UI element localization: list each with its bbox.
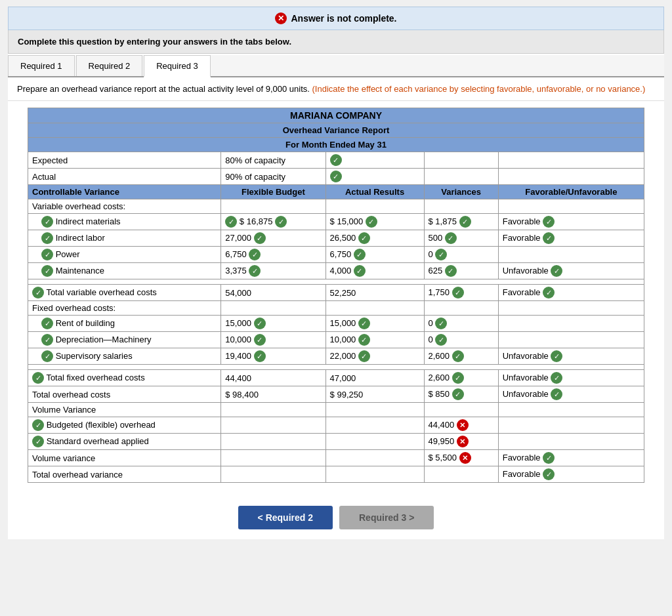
maintenance-label: ✓ Maintenance (28, 263, 221, 279)
rent-flexible: 15,000 ✓ (221, 316, 326, 332)
instruction-bar: Complete this question by entering your … (8, 30, 664, 54)
tab-required1[interactable]: Required 1 (8, 55, 75, 76)
total-fixed-fav: Unfavorable ✓ (498, 370, 644, 386)
check-icon: ✓ (435, 318, 447, 329)
supervisory-actual: 22,000 ✓ (326, 348, 424, 365)
actual-check: ✓ (326, 169, 424, 185)
supervisory-flexible: 19,400 ✓ (221, 348, 326, 365)
check-icon: ✓ (435, 334, 447, 346)
maintenance-fav: Unfavorable ✓ (498, 263, 644, 279)
total-overhead-variance-label: Total overhead variance (28, 466, 221, 483)
volume-variance-label: Volume variance (28, 450, 221, 466)
expected-empty1 (424, 152, 498, 169)
check-icon: ✓ (543, 287, 555, 298)
depreciation-fav (498, 332, 644, 348)
expected-value: 80% of capacity (221, 152, 326, 169)
check-icon: ✓ (551, 388, 562, 400)
depreciation-flexible: 10,000 ✓ (221, 332, 326, 348)
total-variable-actual: 52,250 (326, 285, 424, 301)
col-header-5: Favorable/Unfavorable (498, 185, 644, 199)
expected-empty2 (498, 152, 644, 169)
volume-variance-amount: $ 5,500 ✕ (424, 450, 498, 466)
answer-banner: ✕ Answer is not complete. (8, 7, 664, 30)
check-icon: ✓ (41, 265, 53, 277)
error-icon: ✕ (275, 12, 287, 24)
budgeted-flexible-row: ✓ Budgeted (flexible) overhead 44,400 ✕ (28, 417, 644, 434)
maintenance-row: ✓ Maintenance 3,375 ✓ 4,000 ✓ 625 ✓ Unfa… (28, 263, 644, 279)
total-overhead-variance: $ 850 ✓ (424, 386, 498, 403)
check-icon: ✓ (452, 388, 464, 400)
total-fixed-row: ✓ Total fixed overhead costs 44,400 47,0… (28, 370, 644, 386)
check-icon: ✓ (543, 452, 555, 464)
check-icon: ✓ (459, 216, 471, 228)
check-icon: ✓ (32, 287, 44, 298)
report-area: MARIANA COMPANY Overhead Variance Report… (8, 101, 664, 496)
check-icon: ✓ (551, 372, 562, 384)
report-period: For Month Ended May 31 (28, 138, 644, 152)
volume-header-row: Volume Variance (28, 403, 644, 417)
check-icon: ✓ (330, 154, 342, 166)
col-header-3: Actual Results (326, 185, 424, 199)
volume-variance-fav: Favorable ✓ (498, 450, 644, 466)
x-icon: ✕ (459, 452, 471, 464)
check-icon: ✓ (354, 249, 366, 260)
actual-row: Actual 90% of capacity ✓ (28, 169, 644, 185)
company-header: MARIANA COMPANY (28, 108, 644, 123)
total-fixed-actual: 47,000 (326, 370, 424, 386)
forward-button[interactable]: Required 3 > (339, 506, 434, 529)
rent-fav (498, 316, 644, 332)
supervisory-label: ✓ Supervisory salaries (28, 348, 221, 365)
check-icon: ✓ (254, 350, 266, 362)
check-icon: ✓ (358, 318, 370, 329)
tab-required2[interactable]: Required 2 (76, 55, 143, 76)
power-actual: 6,750 ✓ (326, 247, 424, 263)
indirect-labor-fav: Favorable ✓ (498, 230, 644, 247)
depreciation-row: ✓ Depreciation—Machinery 10,000 ✓ 10,000… (28, 332, 644, 348)
check-icon: ✓ (435, 249, 447, 260)
question-note: (Indicate the effect of each variance by… (312, 84, 646, 94)
check-icon: ✓ (543, 468, 555, 480)
report-title: Overhead Variance Report (28, 123, 644, 138)
total-variable-variance: 1,750 ✓ (424, 285, 498, 301)
tab-required3[interactable]: Required 3 (144, 55, 211, 77)
indirect-labor-row: ✓ Indirect labor 27,000 ✓ 26,500 ✓ 500 ✓… (28, 230, 644, 247)
check-icon: ✓ (354, 265, 366, 277)
check-icon: ✓ (551, 350, 562, 362)
power-label: ✓ Power (28, 247, 221, 263)
expected-row: Expected 80% of capacity ✓ (28, 152, 644, 169)
check-icon: ✓ (249, 249, 261, 260)
standard-overhead-variance: 49,950 ✕ (424, 434, 498, 450)
check-icon: ✓ (32, 419, 44, 431)
variable-header-row: Variable overhead costs: (28, 199, 644, 214)
standard-overhead-label: ✓ Standard overhead applied (28, 434, 221, 450)
total-fixed-variance: 2,600 ✓ (424, 370, 498, 386)
check-icon: ✓ (41, 249, 53, 260)
question-instruction: Prepare an overhead variance report at t… (8, 77, 664, 101)
indirect-materials-row: ✓ Indirect materials ✓ $ 16,875 ✓ $ 15,0… (28, 214, 644, 230)
actual-empty2 (498, 169, 644, 185)
back-button[interactable]: < Required 2 (238, 506, 333, 529)
maintenance-flexible: 3,375 ✓ (221, 263, 326, 279)
budgeted-flexible-variance: 44,400 ✕ (424, 417, 498, 434)
check-icon: ✓ (330, 171, 342, 182)
budgeted-flexible-label: ✓ Budgeted (flexible) overhead (28, 417, 221, 434)
column-headers: Controllable Variance Flexible Budget Ac… (28, 185, 644, 199)
check-icon: ✓ (452, 372, 464, 384)
depreciation-variance: 0 ✓ (424, 332, 498, 348)
volume-variance-row: Volume variance $ 5,500 ✕ Favorable ✓ (28, 450, 644, 466)
indirect-materials-actual: $ 15,000 ✓ (326, 214, 424, 230)
check-icon: ✓ (41, 350, 53, 362)
instruction-text: Complete this question by entering your … (18, 37, 291, 47)
expected-check: ✓ (326, 152, 424, 169)
indirect-materials-variance: $ 1,875 ✓ (424, 214, 498, 230)
col-header-1: Controllable Variance (28, 185, 221, 199)
question-text: Prepare an overhead variance report at t… (17, 84, 310, 94)
supervisory-row: ✓ Supervisory salaries 19,400 ✓ 22,000 ✓… (28, 348, 644, 365)
power-row: ✓ Power 6,750 ✓ 6,750 ✓ 0 ✓ (28, 247, 644, 263)
depreciation-actual: 10,000 ✓ (326, 332, 424, 348)
supervisory-fav: Unfavorable ✓ (498, 348, 644, 365)
maintenance-actual: 4,000 ✓ (326, 263, 424, 279)
total-variable-fav: Favorable ✓ (498, 285, 644, 301)
actual-label: Actual (28, 169, 221, 185)
variable-header-label: Variable overhead costs: (28, 199, 221, 214)
